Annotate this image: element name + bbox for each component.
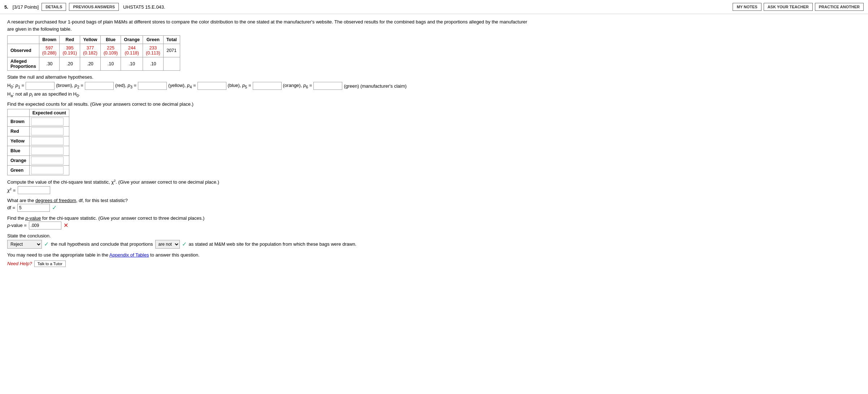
expected-counts-instruction: Find the expected counts for all results… bbox=[7, 101, 534, 107]
alleged-orange: .10 bbox=[121, 57, 143, 71]
talk-to-tutor-button[interactable]: Talk to a Tutor bbox=[34, 261, 66, 267]
expected-green-label: Green bbox=[8, 165, 30, 175]
alleged-proportions-row: AllegedProportions .30 .20 .20 .10 .10 .… bbox=[8, 57, 180, 71]
reject-check-icon: ✓ bbox=[44, 241, 49, 248]
details-button[interactable]: DETAILS bbox=[42, 3, 66, 11]
pvalue-label: p-value = bbox=[7, 223, 27, 228]
expected-brown-cell bbox=[29, 117, 69, 126]
p-value-section: Find the p-value for the chi-square stat… bbox=[7, 215, 534, 229]
conclusion-line: Reject Fail to reject ✓ the null hypothe… bbox=[7, 240, 534, 249]
expected-blue-input[interactable] bbox=[31, 147, 64, 155]
expected-blue-cell bbox=[29, 146, 69, 156]
col-header-empty bbox=[8, 36, 39, 44]
are-not-check-icon: ✓ bbox=[182, 241, 187, 248]
expected-counts-table: Expected count Brown Red Yellow bbox=[7, 109, 69, 175]
practice-another-button[interactable]: PRACTICE ANOTHER bbox=[815, 3, 864, 11]
expected-red-cell bbox=[29, 126, 69, 136]
alleged-yellow: .20 bbox=[80, 57, 101, 71]
conclusion-section: State the conclusion. Reject Fail to rej… bbox=[7, 233, 534, 249]
h0-p5-input[interactable] bbox=[253, 82, 282, 90]
appendix-after: to answer this question. bbox=[150, 252, 200, 258]
expected-count-header: Expected count bbox=[29, 109, 69, 117]
question-number: 5. bbox=[4, 4, 8, 10]
my-notes-button[interactable]: MY NOTES bbox=[733, 3, 761, 11]
expected-red-label: Red bbox=[8, 126, 30, 136]
previous-answers-button[interactable]: PREVIOUS ANSWERS bbox=[69, 3, 119, 11]
observed-green: 233(0.113) bbox=[143, 44, 164, 57]
pvalue-input[interactable] bbox=[29, 222, 61, 229]
main-content: A researcher purchased four 1-pound bags… bbox=[0, 14, 542, 274]
expected-orange-cell bbox=[29, 156, 69, 165]
chi-square-section: Compute the value of the chi-square test… bbox=[7, 179, 534, 194]
right-buttons: MY NOTES ASK YOUR TEACHER PRACTICE ANOTH… bbox=[733, 3, 864, 11]
df-label: df = bbox=[7, 205, 15, 210]
h0-line: H0: p1 = (brown), p2 = (red), p3 = (yell… bbox=[7, 82, 534, 90]
expected-green-input[interactable] bbox=[31, 166, 64, 174]
df-input[interactable] bbox=[17, 204, 50, 212]
h0-label: H0: p1 = bbox=[7, 83, 24, 89]
expected-brown-row: Brown bbox=[8, 117, 69, 126]
expected-yellow-row: Yellow bbox=[8, 136, 69, 146]
h0-brown-label: (brown), p2 = bbox=[56, 83, 83, 89]
col-header-blue: Blue bbox=[100, 36, 121, 44]
expected-green-row: Green bbox=[8, 165, 69, 175]
are-not-select[interactable]: are not are bbox=[155, 240, 180, 249]
alleged-total bbox=[163, 57, 180, 71]
h0-p1-input[interactable] bbox=[26, 82, 55, 90]
problem-description: A researcher purchased four 1-pound bags… bbox=[7, 18, 534, 32]
appendix-note: You may need to use the appropriate tabl… bbox=[7, 252, 534, 258]
h0-green-label: (green) (manufacturer's claim) bbox=[344, 83, 407, 89]
observed-yellow: 377(0.182) bbox=[80, 44, 101, 57]
expected-yellow-label: Yellow bbox=[8, 136, 30, 146]
expected-orange-row: Orange bbox=[8, 156, 69, 165]
alleged-red: .20 bbox=[60, 57, 80, 71]
pvalue-instruction: Find the p-value for the chi-square stat… bbox=[7, 215, 534, 221]
col-header-total: Total bbox=[163, 36, 180, 44]
hypotheses-instruction: State the null and alternative hypothese… bbox=[7, 74, 534, 80]
alleged-label: AllegedProportions bbox=[8, 57, 39, 71]
col-header-yellow: Yellow bbox=[80, 36, 101, 44]
ha-label: Ha: not all pi are as specified in H0. bbox=[7, 91, 80, 98]
h0-blue-label: (blue), p5 = bbox=[228, 83, 251, 89]
appendix-before: You may need to use the appropriate tabl… bbox=[7, 252, 109, 258]
df-instruction: What are the degrees of freedom, df, for… bbox=[7, 198, 534, 203]
h0-orange-label: (orange), p6 = bbox=[283, 83, 312, 89]
need-help-text: Need Help? bbox=[7, 261, 32, 266]
reject-select[interactable]: Reject Fail to reject bbox=[7, 240, 42, 249]
expected-red-input[interactable] bbox=[31, 127, 64, 135]
data-table: Brown Red Yellow Blue Orange Green Total… bbox=[7, 35, 180, 71]
course-code: UHSTAT5 15.E.043. bbox=[123, 4, 165, 10]
ask-teacher-button[interactable]: ASK YOUR TEACHER bbox=[764, 3, 813, 11]
expected-orange-input[interactable] bbox=[31, 157, 64, 165]
chi-square-input-line: χ2 = bbox=[7, 186, 534, 194]
h0-p4-input[interactable] bbox=[198, 82, 226, 90]
observed-label: Observed bbox=[8, 44, 39, 57]
alleged-green: .10 bbox=[143, 57, 164, 71]
appendix-link[interactable]: Appendix of Tables bbox=[109, 252, 149, 258]
observed-orange: 244(0.118) bbox=[121, 44, 143, 57]
ha-line: Ha: not all pi are as specified in H0. bbox=[7, 91, 534, 98]
df-check-icon: ✓ bbox=[52, 204, 57, 211]
expected-green-cell bbox=[29, 165, 69, 175]
conclusion-instruction: State the conclusion. bbox=[7, 233, 534, 238]
expected-brown-input[interactable] bbox=[31, 118, 64, 126]
pvalue-cross-icon: ✕ bbox=[64, 222, 68, 229]
expected-brown-label: Brown bbox=[8, 117, 30, 126]
observed-row: Observed 597(0.288) 395(0.191) 377(0.182… bbox=[8, 44, 180, 57]
df-input-line: df = ✓ bbox=[7, 204, 534, 212]
degrees-of-freedom-section: What are the degrees of freedom, df, for… bbox=[7, 198, 534, 212]
expected-label-header bbox=[8, 109, 30, 117]
col-header-brown: Brown bbox=[39, 36, 60, 44]
expected-yellow-input[interactable] bbox=[31, 137, 64, 145]
h0-p2-input[interactable] bbox=[85, 82, 114, 90]
col-header-green: Green bbox=[143, 36, 164, 44]
observed-blue: 225(0.109) bbox=[100, 44, 121, 57]
chi-square-input[interactable] bbox=[18, 186, 50, 194]
conclusion-null-text: the null hypothesis and conclude that pr… bbox=[51, 241, 153, 247]
observed-brown: 597(0.288) bbox=[39, 44, 60, 57]
col-header-red: Red bbox=[60, 36, 80, 44]
conclusion-end-text: as stated at M&M web site for the popula… bbox=[189, 241, 357, 247]
h0-p3-input[interactable] bbox=[138, 82, 167, 90]
h0-p6-input[interactable] bbox=[313, 82, 342, 90]
chi-square-instruction: Compute the value of the chi-square test… bbox=[7, 179, 534, 185]
